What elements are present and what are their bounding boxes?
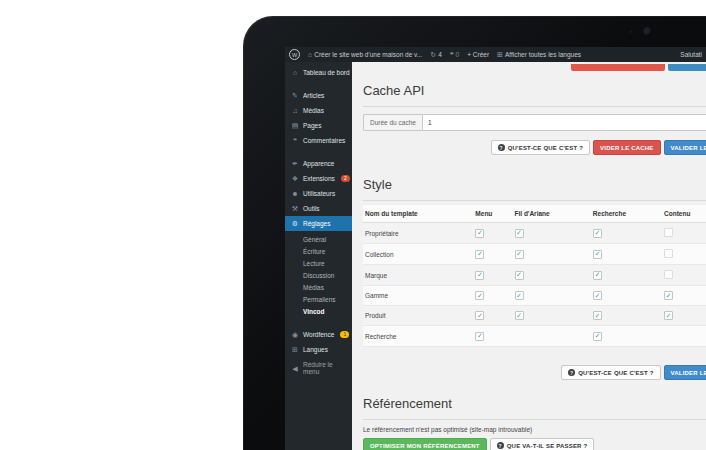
table-row: Propriétaire <box>363 223 706 244</box>
checkbox-menu[interactable] <box>475 271 484 280</box>
checkbox-menu[interactable] <box>475 291 484 300</box>
divider <box>363 419 706 420</box>
pages-icon: ▤ <box>291 122 299 129</box>
translate-icon: ⊞ <box>497 51 503 58</box>
validate-cache-button[interactable]: VALIDER LES <box>664 140 706 155</box>
checkbox-ariane[interactable] <box>515 271 524 280</box>
validate-style-button[interactable]: VALIDER LES <box>664 365 706 380</box>
settings-page: Cache API Durée du cache ? QU'EST-CE QUE… <box>363 62 706 450</box>
style-help-button[interactable]: ? QU'EST-CE QUE C'EST ? <box>561 365 660 380</box>
sidebar-item-label: Langues <box>303 346 328 353</box>
languages-icon: ⊞ <box>291 346 299 353</box>
validate-cache-label: VALIDER LES <box>671 145 706 151</box>
column-header-recherche: Recherche <box>591 205 662 223</box>
clear-cache-button[interactable]: VIDER LE CACHE <box>593 140 660 155</box>
admin-content: Cache API Durée du cache ? QU'EST-CE QUE… <box>352 62 706 450</box>
seo-title: Référencement <box>363 396 706 411</box>
checkbox-recherche[interactable] <box>593 332 602 341</box>
admin-bar: W ⌂ Créer le site web d'une maison de v.… <box>285 47 706 62</box>
sidebar-item-label: Médias <box>303 107 324 114</box>
users-icon: ☻ <box>291 190 299 197</box>
collapse-menu-button[interactable]: ◀ Réduire le menu <box>285 357 352 379</box>
reglages-submenu: Général Écriture Lecture Discussion Médi… <box>285 231 352 319</box>
updates-count: 4 <box>438 51 442 58</box>
submenu-item-medias[interactable]: Médias <box>303 281 352 293</box>
seo-help-button[interactable]: ? QUE VA-T-IL SE PASSER ? <box>490 438 595 450</box>
style-buttons-row: ? QU'EST-CE QUE C'EST ? VALIDER LES <box>363 365 706 380</box>
checkbox-contenu[interactable] <box>664 311 673 320</box>
sidebar-item-label: Commentaires <box>303 137 345 144</box>
sidebar-item-langues[interactable]: ⊞ Langues <box>285 342 352 357</box>
dashboard-icon: ⌂ <box>291 69 299 76</box>
checkbox-menu[interactable] <box>475 229 484 238</box>
new-content-label: + Créer <box>467 51 489 58</box>
admin-sidebar: ⌂ Tableau de bord ✎ Articles ♫ Médias ▤ … <box>285 62 352 450</box>
collapse-menu-label: Réduire le menu <box>303 361 350 375</box>
checkbox-recherche[interactable] <box>593 311 602 320</box>
sidebar-item-label: Tableau de bord <box>303 69 350 76</box>
sidebar-item-label: Extensions <box>303 175 335 182</box>
submenu-item-vincod[interactable]: Vincod <box>303 305 352 317</box>
submenu-item-lecture[interactable]: Lecture <box>303 257 352 269</box>
sidebar-item-label: Articles <box>303 92 324 99</box>
checkbox-menu[interactable] <box>475 311 484 320</box>
sidebar-item-wordfence[interactable]: ◉ Wordfence 1 <box>285 327 352 342</box>
sidebar-item-label: Outils <box>303 205 320 212</box>
sensor-dot-icon <box>629 30 632 33</box>
checkbox-recherche[interactable] <box>593 291 602 300</box>
sidebar-item-articles[interactable]: ✎ Articles <box>285 88 352 103</box>
checkbox-contenu[interactable] <box>664 291 673 300</box>
sidebar-item-pages[interactable]: ▤ Pages <box>285 118 352 133</box>
checkbox-ariane[interactable] <box>515 229 524 238</box>
question-circle-icon: ? <box>498 144 505 151</box>
sidebar-item-tableau-de-bord[interactable]: ⌂ Tableau de bord <box>285 65 352 80</box>
submenu-item-permaliens[interactable]: Permaliens <box>303 293 352 305</box>
sidebar-item-apparence[interactable]: ✒ Apparence <box>285 156 352 171</box>
sidebar-item-reglages[interactable]: ⚙ Réglages <box>285 216 352 231</box>
sidebar-item-outils[interactable]: ⚒ Outils <box>285 201 352 216</box>
comments-link[interactable]: ❝ 0 <box>450 51 459 58</box>
checkbox-ariane[interactable] <box>515 250 524 259</box>
collapse-arrow-icon: ◀ <box>291 365 299 372</box>
cache-help-label: QU'EST-CE QUE C'EST ? <box>508 145 583 151</box>
checkbox-menu[interactable] <box>475 332 484 341</box>
site-name-link[interactable]: ⌂ Créer le site web d'une maison de v... <box>308 51 422 58</box>
settings-icon: ⚙ <box>291 220 299 227</box>
checkbox-contenu[interactable] <box>664 228 673 237</box>
checkbox-contenu[interactable] <box>664 249 673 258</box>
optimize-seo-button[interactable]: OPTIMISER MON RÉFÉRENCEMENT <box>363 438 487 450</box>
checkbox-recherche[interactable] <box>593 250 602 259</box>
checkbox-menu[interactable] <box>475 250 484 259</box>
checkbox-recherche[interactable] <box>593 271 602 280</box>
sidebar-item-label: Utilisateurs <box>303 190 335 197</box>
sidebar-item-extensions[interactable]: ❖ Extensions 2 <box>285 171 352 186</box>
checkbox-ariane[interactable] <box>515 311 524 320</box>
wordfence-count-badge: 1 <box>340 331 349 338</box>
sidebar-item-label: Wordfence <box>303 331 334 338</box>
checkbox-ariane[interactable] <box>515 291 524 300</box>
show-all-languages-link[interactable]: ⊞ Afficher toutes les langues <box>497 51 581 58</box>
submenu-item-discussion[interactable]: Discussion <box>303 269 352 281</box>
submenu-item-general[interactable]: Général <box>303 233 352 245</box>
new-content-link[interactable]: + Créer <box>467 51 489 58</box>
cache-duration-field: Durée du cache <box>363 114 706 131</box>
checkbox-recherche[interactable] <box>593 229 602 238</box>
wordpress-logo-menu[interactable]: W <box>289 49 300 60</box>
home-icon: ⌂ <box>308 51 312 58</box>
checkbox-contenu[interactable] <box>664 270 673 279</box>
sidebar-item-medias[interactable]: ♫ Médias <box>285 103 352 118</box>
submenu-item-ecriture[interactable]: Écriture <box>303 245 352 257</box>
template-name: Collection <box>363 244 473 265</box>
optimize-seo-label: OPTIMISER MON RÉFÉRENCEMENT <box>370 443 480 449</box>
greeting-menu[interactable]: Salutati <box>680 51 702 58</box>
greeting-label: Salutati <box>680 51 702 58</box>
question-circle-icon: ? <box>497 442 504 449</box>
sidebar-item-utilisateurs[interactable]: ☻ Utilisateurs <box>285 186 352 201</box>
cache-duration-input[interactable] <box>422 114 706 131</box>
template-name: Produit <box>363 306 473 326</box>
appearance-icon: ✒ <box>291 160 299 167</box>
sidebar-item-commentaires[interactable]: ❝ Commentaires <box>285 133 352 148</box>
validate-style-label: VALIDER LES <box>671 370 706 376</box>
cache-help-button[interactable]: ? QU'EST-CE QUE C'EST ? <box>491 140 590 155</box>
updates-link[interactable]: ↻ 4 <box>430 51 442 58</box>
